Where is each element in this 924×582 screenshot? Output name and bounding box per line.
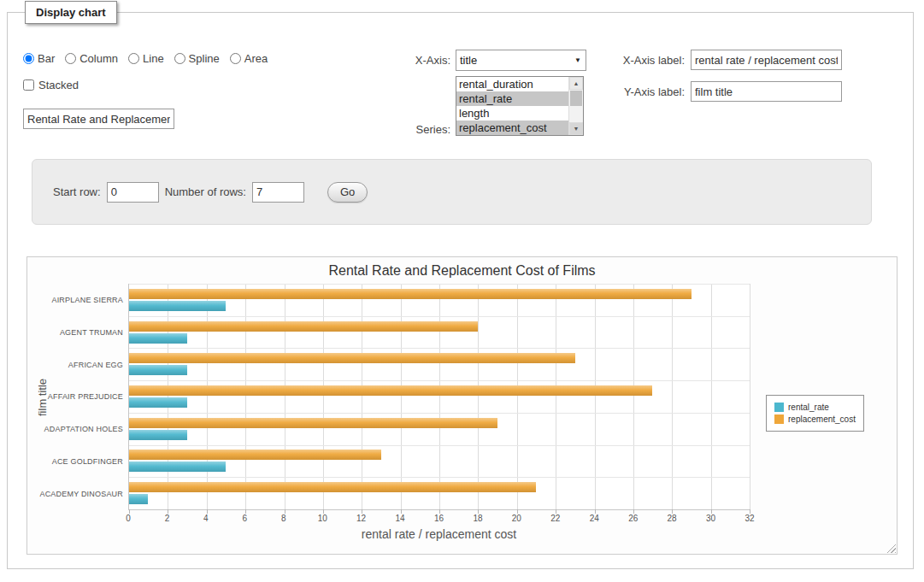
series-select[interactable]: rental_durationrental_ratelengthreplacem…	[456, 76, 584, 136]
chart-type-radio-line[interactable]	[128, 53, 139, 64]
stacked-checkbox[interactable]	[23, 79, 34, 91]
chart-type-radio-group: BarColumnLineSplineArea	[23, 52, 268, 65]
panel-title: Display chart	[25, 1, 117, 24]
x-tick-label: 20	[512, 514, 521, 523]
x-axis-select-label: X-Axis:	[351, 54, 450, 67]
bar-rental_rate	[129, 397, 187, 408]
x-tick-label: 2	[165, 514, 170, 523]
bar-group-affair-prejudice	[129, 380, 750, 413]
chart-type-option-spline[interactable]: Spline	[174, 52, 220, 65]
x-tick-label: 12	[356, 514, 366, 523]
x-tick-label: 26	[628, 514, 638, 523]
x-axis-title: rental rate / replacement cost	[128, 527, 750, 541]
series-option-rental_rate[interactable]: rental_rate	[456, 91, 568, 106]
bar-group-african-egg	[129, 348, 750, 380]
chart-type-label-column: Column	[79, 52, 118, 65]
series-option-length[interactable]: length	[456, 106, 568, 121]
category-label: AFRICAN EGG	[27, 349, 123, 381]
legend-swatch-icon	[774, 403, 784, 412]
bar-replacement_cost	[129, 385, 652, 396]
series-select-label: Series:	[351, 123, 450, 136]
x-tick-label: 8	[281, 514, 286, 523]
chart-type-label-bar: Bar	[38, 52, 55, 65]
x-axis-tick-labels: 02468101214161820222426283032	[128, 514, 750, 524]
x-tick-label: 14	[396, 514, 405, 523]
chart-type-radio-spline[interactable]	[174, 53, 185, 64]
x-tick-label: 10	[318, 514, 327, 523]
resize-handle-icon[interactable]	[885, 542, 896, 553]
bar-replacement_cost	[129, 321, 478, 332]
x-axis-label-input[interactable]	[691, 50, 842, 70]
chart-type-option-area[interactable]: Area	[230, 52, 268, 65]
bar-rental_rate	[129, 494, 148, 504]
chart-type-radio-area[interactable]	[230, 53, 241, 64]
bar-rental_rate	[129, 365, 187, 375]
x-tick-label: 30	[706, 514, 715, 523]
bar-group-adaptation-holes	[129, 413, 750, 445]
legend-label: replacement_cost	[788, 414, 856, 424]
chart-type-label-line: Line	[143, 52, 164, 65]
chart-title: Rental Rate and Replacement Cost of Film…	[27, 263, 897, 279]
category-axis-labels: AIRPLANE SIERRAAGENT TRUMANAFRICAN EGGAF…	[27, 284, 123, 510]
category-label: ACADEMY DINOSAUR	[27, 478, 123, 510]
chart-legend: rental_ratereplacement_cost	[766, 395, 864, 432]
series-option-rental_duration[interactable]: rental_duration	[456, 77, 568, 91]
plot-area	[128, 284, 750, 510]
x-axis-select-wrap: title ▼	[456, 50, 586, 71]
bar-replacement_cost	[129, 450, 381, 460]
bar-group-academy-dinosaur	[129, 477, 750, 509]
bar-rental_rate	[129, 430, 187, 440]
category-label: AGENT TRUMAN	[27, 316, 123, 349]
chart-container: Rental Rate and Replacement Cost of Film…	[26, 256, 898, 555]
bar-replacement_cost	[129, 289, 692, 299]
bar-replacement_cost	[129, 353, 575, 363]
chart-type-option-column[interactable]: Column	[65, 52, 118, 65]
x-axis-select[interactable]: title	[456, 50, 586, 71]
start-row-input[interactable]	[107, 182, 159, 203]
chart-type-label-spline: Spline	[189, 52, 220, 65]
chart-type-radio-column[interactable]	[65, 53, 76, 64]
category-label: ADAPTATION HOLES	[27, 413, 123, 445]
y-axis-label-field-label: Y-Axis label:	[568, 85, 685, 98]
display-chart-panel: Display chart BarColumnLineSplineArea St…	[7, 12, 914, 569]
legend-label: rental_rate	[788, 403, 829, 412]
x-tick-label: 28	[668, 514, 677, 523]
bar-rental_rate	[129, 333, 187, 344]
bar-group-agent-truman	[129, 316, 750, 349]
category-label: ACE GOLDFINGER	[27, 445, 123, 478]
legend-item-rental_rate[interactable]: rental_rate	[774, 403, 856, 412]
category-label: AFFAIR PREJUDICE	[27, 381, 123, 414]
stacked-label: Stacked	[38, 79, 79, 91]
series-option-replacement_cost[interactable]: replacement_cost	[456, 121, 568, 135]
y-axis-label-input[interactable]	[691, 81, 842, 102]
x-axis-label-field-label: X-Axis label:	[568, 54, 685, 67]
number-of-rows-input[interactable]	[252, 182, 304, 203]
x-tick-label: 18	[473, 514, 482, 523]
bar-replacement_cost	[129, 482, 536, 492]
series-option-list: rental_durationrental_ratelengthreplacem…	[456, 77, 568, 135]
x-tick-label: 6	[243, 514, 248, 523]
chart-type-radio-bar[interactable]	[23, 53, 34, 64]
x-tick-label: 16	[434, 514, 444, 523]
scroll-down-icon[interactable]: ▼	[569, 122, 583, 135]
go-button[interactable]: Go	[327, 182, 368, 203]
bar-rental_rate	[129, 461, 226, 472]
row-range-panel: Start row: Number of rows: Go	[32, 159, 872, 225]
start-row-label: Start row:	[53, 185, 101, 198]
stacked-option: Stacked	[23, 79, 79, 91]
chart-type-label-area: Area	[244, 52, 268, 65]
category-label: AIRPLANE SIERRA	[27, 284, 123, 316]
x-tick-label: 22	[550, 514, 560, 523]
x-tick-label: 32	[744, 514, 754, 523]
bar-group-ace-goldfinger	[129, 445, 750, 478]
x-tick-label: 24	[590, 514, 599, 523]
bar-replacement_cost	[129, 418, 497, 428]
chart-type-option-line[interactable]: Line	[128, 52, 164, 65]
chart-title-input[interactable]	[23, 109, 174, 129]
x-tick-label: 4	[203, 514, 209, 523]
legend-item-replacement_cost[interactable]: replacement_cost	[774, 414, 856, 424]
chart-type-option-bar[interactable]: Bar	[23, 52, 55, 65]
bar-rental_rate	[129, 301, 226, 311]
gridline	[750, 284, 750, 509]
number-of-rows-label: Number of rows:	[165, 185, 246, 198]
